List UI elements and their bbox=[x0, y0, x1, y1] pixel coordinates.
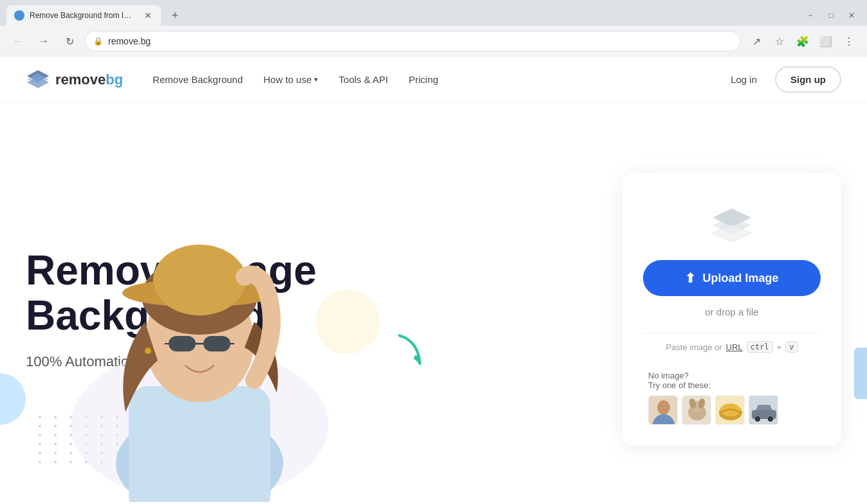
hero-person-image bbox=[64, 167, 335, 502]
site-navigation: removebg Remove Background How to use ▾ … bbox=[0, 57, 867, 103]
share-button[interactable]: ↗ bbox=[746, 31, 767, 51]
restore-button[interactable]: □ bbox=[822, 6, 840, 24]
v-key: v bbox=[785, 341, 797, 353]
upload-layers-icon bbox=[706, 203, 758, 245]
browser-window: Remove Background from Image ✕ + − □ ✕ ←… bbox=[0, 0, 867, 504]
no-image-text: No image? Try one of these: bbox=[648, 371, 711, 390]
upload-arrow-icon: ⬆ bbox=[685, 270, 696, 286]
back-button[interactable]: ← bbox=[8, 31, 28, 51]
browser-tab[interactable]: Remove Background from Image ✕ bbox=[6, 5, 161, 26]
nav-remove-background[interactable]: Remove Background bbox=[144, 69, 252, 90]
hero-right: ⬆ Upload Image or drop a file Paste imag… bbox=[597, 173, 841, 445]
svg-point-33 bbox=[768, 416, 773, 422]
dot-decoration bbox=[39, 425, 41, 427]
dot-decoration bbox=[39, 461, 41, 463]
url-link[interactable]: URL bbox=[726, 342, 743, 352]
window-controls: − □ ✕ bbox=[801, 6, 861, 24]
paste-hint: Paste image or URL ctrl + v bbox=[643, 333, 821, 360]
dot-decoration bbox=[39, 443, 41, 445]
sample-thumb-car[interactable] bbox=[749, 395, 778, 425]
right-blue-bar-decoration bbox=[854, 348, 867, 399]
sample-thumb-person[interactable] bbox=[648, 395, 678, 425]
svg-rect-5 bbox=[129, 386, 270, 502]
sample-thumb-bread[interactable] bbox=[715, 395, 745, 425]
chevron-down-icon: ▾ bbox=[314, 75, 318, 84]
svg-rect-11 bbox=[169, 336, 196, 351]
new-tab-button[interactable]: + bbox=[166, 6, 184, 24]
dot-decoration bbox=[54, 461, 57, 463]
login-button[interactable]: Log in bbox=[720, 69, 767, 90]
profile-button[interactable]: ⬜ bbox=[816, 31, 836, 51]
tab-title: Remove Background from Image bbox=[30, 11, 138, 20]
blue-arc-decoration bbox=[0, 373, 26, 425]
security-lock-icon: 🔒 bbox=[93, 37, 103, 46]
nav-actions: Log in Sign up bbox=[720, 66, 841, 93]
svg-point-10 bbox=[153, 245, 246, 315]
browser-title-bar: Remove Background from Image ✕ + − □ ✕ bbox=[0, 0, 867, 26]
dot-decoration bbox=[54, 434, 57, 436]
drop-file-text: or drop a file bbox=[705, 306, 758, 317]
tab-close-button[interactable]: ✕ bbox=[143, 10, 153, 21]
forward-button[interactable]: → bbox=[33, 31, 54, 51]
logo-text: removebg bbox=[55, 71, 123, 88]
layers-illustration bbox=[706, 203, 758, 242]
dot-decoration bbox=[39, 416, 41, 418]
dot-decoration bbox=[54, 452, 57, 454]
upload-image-button[interactable]: ⬆ Upload Image bbox=[643, 260, 821, 296]
dot-decoration bbox=[54, 416, 57, 418]
dot-decoration bbox=[54, 443, 57, 445]
sample-thumb-dog[interactable] bbox=[682, 395, 711, 425]
svg-point-32 bbox=[755, 416, 760, 422]
menu-button[interactable]: ⋮ bbox=[839, 31, 859, 51]
nav-links: Remove Background How to use ▾ Tools & A… bbox=[144, 69, 447, 90]
url-text: remove.bg bbox=[108, 36, 732, 46]
upload-card: ⬆ Upload Image or drop a file Paste imag… bbox=[622, 173, 841, 445]
reload-button[interactable]: ↻ bbox=[59, 31, 80, 51]
nav-pricing[interactable]: Pricing bbox=[400, 69, 447, 90]
nav-tools-api[interactable]: Tools & API bbox=[330, 69, 397, 90]
toolbar-actions: ↗ ☆ 🧩 ⬜ ⋮ bbox=[746, 31, 859, 51]
hero-section: // Will be rendered via inline markup be… bbox=[0, 103, 867, 502]
svg-rect-12 bbox=[203, 336, 230, 351]
person-illustration bbox=[64, 167, 335, 502]
website-content: removebg Remove Background How to use ▾ … bbox=[0, 57, 867, 504]
ctrl-key: ctrl bbox=[747, 341, 773, 353]
logo[interactable]: removebg bbox=[26, 69, 123, 91]
minimize-button[interactable]: − bbox=[801, 6, 819, 24]
browser-toolbar: ← → ↻ 🔒 remove.bg ↗ ☆ 🧩 ⬜ ⋮ bbox=[0, 26, 867, 57]
svg-point-21 bbox=[657, 400, 670, 415]
sample-thumbs bbox=[648, 395, 778, 425]
close-window-button[interactable]: ✕ bbox=[843, 6, 861, 24]
signup-button[interactable]: Sign up bbox=[775, 66, 841, 93]
dot-decoration bbox=[39, 434, 41, 436]
extensions-button[interactable]: 🧩 bbox=[792, 31, 813, 51]
address-bar[interactable]: 🔒 remove.bg bbox=[85, 31, 741, 51]
sample-images-area: No image? Try one of these: bbox=[643, 371, 821, 425]
nav-how-to-use[interactable]: How to use ▾ bbox=[254, 69, 327, 90]
logo-icon bbox=[26, 69, 50, 91]
svg-point-16 bbox=[145, 348, 151, 354]
bookmark-button[interactable]: ☆ bbox=[769, 31, 790, 51]
dot-decoration bbox=[39, 452, 41, 454]
dot-decoration bbox=[54, 425, 57, 427]
tab-favicon bbox=[14, 10, 24, 21]
